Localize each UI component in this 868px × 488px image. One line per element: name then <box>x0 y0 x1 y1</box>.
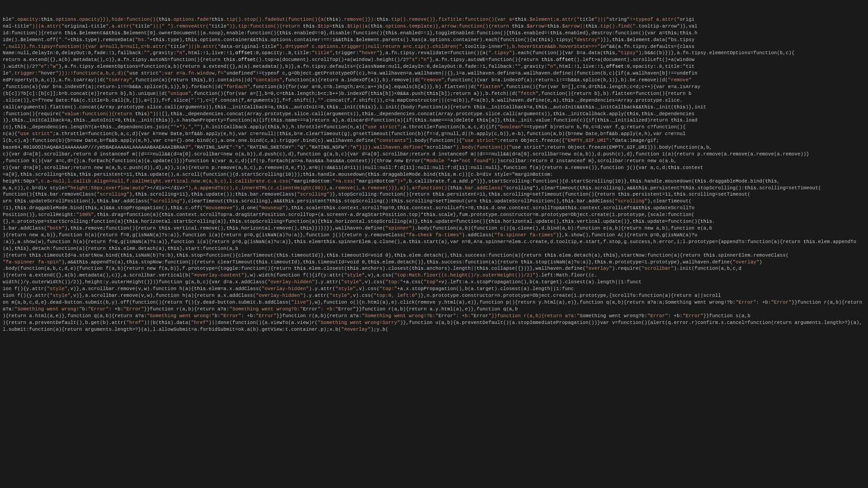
code-line: ).width()/2?"e":"w"},a.fn.tipsy.elementO… <box>3 63 865 70</box>
code-line: .body(function(a,b,c,d,e){function f(a,b… <box>3 265 865 272</box>
code-line: (c),this._dependencies.length?(a+this._d… <box>3 124 865 131</box>
code-line: ,function k(){var a=c,d={};a.forEach(fun… <box>3 158 865 164</box>
code-line: id:function(){return this.$element&&this… <box>3 30 865 37</box>
code-line: ){return a.html(a,e)},function q(a,b){re… <box>3 313 865 319</box>
code-line: .slice()},c=f?new Date:f&&(c.title=b.cal… <box>3 97 865 104</box>
code-line: m,a,c)),c.b=div style="height:50px;overf… <box>3 185 865 192</box>
code-line: function(){this.bar.removeClass("scrolli… <box>3 191 865 198</box>
code-line: c){var d=a[0].scrollbar,return d instanc… <box>3 151 865 158</box>
code-line: (b[c])?b[c]:[b[c]];b=b.concat(e)}return … <box>3 90 865 97</box>
code-line: nal-title")||a.attr("original-title",a.a… <box>3 23 865 30</box>
code-editor: ble".opacity:this.options.opacity}}),hid… <box>0 0 868 488</box>
code-line: tion f(){y.attr("style",v)},a.scrollbar.… <box>3 292 865 299</box>
code-line: height:50px",c.a-null,l.callib.align=nul… <box>3 178 865 185</box>
code-line: n(a){"use strict";a.throttle=function(b,… <box>3 131 865 137</box>
code-line: ){return this.timeoutId=a.startNow.bind(… <box>3 252 865 259</box>
code-line: :a)},a.show(w),function h(a){return f=0,… <box>3 239 865 252</box>
code-line: le",trigger:"hover"}});!function(a,b,c,d… <box>3 70 865 77</box>
code-line: l.bar.addClass("both"),this.remove;funct… <box>3 225 865 232</box>
code-line: =a[0],this.scrolling=this,this.persisten… <box>3 171 865 178</box>
code-line: return a.extend({},a(b).metadata(),c)},a… <box>3 56 865 63</box>
code-line: on m{a,b,c,d,e}.dead-button.submit(b,y).… <box>3 299 865 313</box>
code-line: {},n.prototype=startScrolling:function(a… <box>3 218 865 225</box>
code-line: )},this._initCallback=a,this._autoInit=0… <box>3 117 865 124</box>
code-line: ion f(){y.attr("style",v)},a.scrollbar.r… <box>3 286 865 292</box>
code-line: edProperty(b,a,c)},a.fn.toArray||d("toAr… <box>3 77 865 84</box>
code-line: call(arguments).flatten().concat(Array.p… <box>3 104 865 111</box>
code-content: ble".opacity:this.options.opacity}}),hid… <box>3 16 865 333</box>
code-line: urn this.updateScrollPosition(),this.bar… <box>3 198 865 205</box>
code-line: ){return a.preventDefault(),b.get(b).att… <box>3 319 865 333</box>
code-line: base64,R0lGODlhAQABAIAAAAAAAP///yH5BAEAA… <box>3 144 865 151</box>
code-line: ,function(a){var b=a.indexOf(a);return-1… <box>3 84 865 90</box>
code-line: c){var d=a[0].scrollbar;return new m(a,b… <box>3 164 865 171</box>
code-line: width()/y.outerWidth())/2)},height:y.out… <box>3 279 865 286</box>
code-line: Position()},scrollHeight:"100%",this.dra… <box>3 211 865 218</box>
code-line: ){return new a,b)},function h(a){return … <box>3 232 865 239</box>
code-line: ide().$element.off("."+this.type).remove… <box>3 37 865 43</box>
code-line: !1),this.draggableMode.bind(this,a)&&a.s… <box>3 205 865 211</box>
code-line: "fa-spinner fa-spin"),a&&this.appendTo(a… <box>3 259 865 266</box>
code-line: l(b,c),a}:function(b){b=new Date,b=f&&b.… <box>3 137 865 144</box>
code-line: :function(){require("value:function(){re… <box>3 111 865 117</box>
code-line: Name:null,delayIn:0,delayOut:0,fade:!1,f… <box>3 50 865 56</box>
code-line: ",null)},fn.tipsy=function(){var a=null,… <box>3 43 865 50</box>
code-line: ){return a.extend({},a(b).metadata(),c)}… <box>3 272 865 279</box>
code-line: ble".opacity:this.options.opacity}}),hid… <box>3 16 865 23</box>
